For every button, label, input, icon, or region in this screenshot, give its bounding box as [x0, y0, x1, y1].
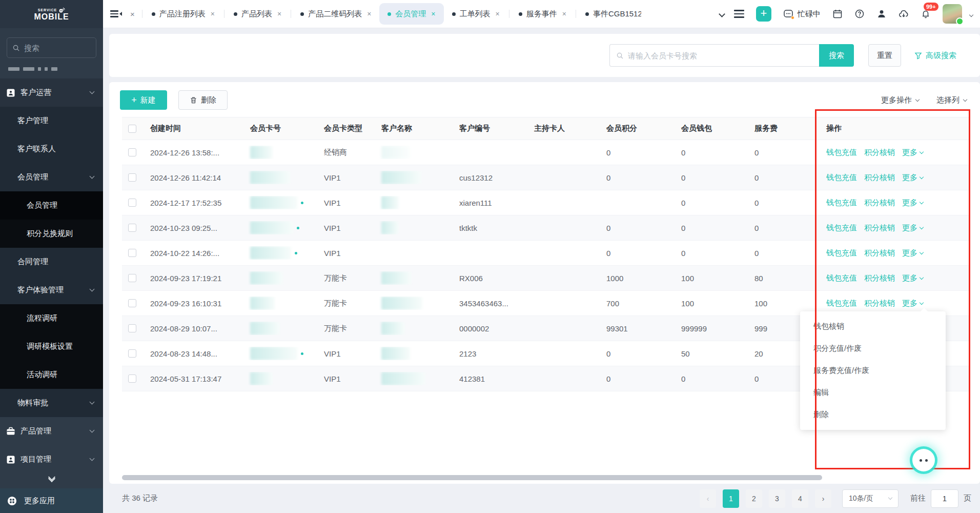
- menu-item-points-recharge-void[interactable]: 积分充值/作废: [800, 338, 946, 360]
- tab-product-qrcode-list[interactable]: 产品二维码列表×: [292, 3, 379, 25]
- more-link[interactable]: 更多: [902, 173, 923, 183]
- page-button-2[interactable]: 2: [746, 489, 762, 508]
- sidebar-item-points-exchange-rules[interactable]: 积分兑换规则: [0, 220, 103, 248]
- user-silhouette-icon[interactable]: [876, 9, 887, 19]
- sidebar-item-material-approval[interactable]: 物料审批: [0, 389, 103, 417]
- more-actions-dropdown[interactable]: 更多操作: [881, 95, 919, 105]
- wallet-recharge-link[interactable]: 钱包充值: [826, 173, 857, 183]
- more-link[interactable]: 更多: [902, 248, 923, 258]
- tab-close-icon[interactable]: ×: [562, 10, 566, 18]
- tab-close-icon[interactable]: ×: [211, 10, 215, 18]
- sidebar-item-member-management[interactable]: 会员管理: [0, 191, 103, 220]
- member-card-search-input[interactable]: [628, 51, 813, 60]
- sidebar-item-member-management-group[interactable]: 会员管理: [0, 163, 103, 191]
- points-writeoff-link[interactable]: 积分核销: [864, 148, 895, 157]
- row-checkbox[interactable]: [128, 349, 136, 358]
- wallet-recharge-link[interactable]: 钱包充值: [826, 248, 857, 258]
- avatar-caret-icon[interactable]: [970, 9, 973, 18]
- row-checkbox[interactable]: [128, 224, 136, 232]
- prev-page-button[interactable]: ‹: [700, 489, 716, 508]
- tab-product-list[interactable]: 产品列表×: [226, 3, 290, 25]
- avatar[interactable]: [943, 4, 962, 24]
- wallet-recharge-link[interactable]: 钱包充值: [826, 148, 857, 157]
- more-link[interactable]: 更多: [902, 148, 923, 157]
- wallet-recharge-link[interactable]: 钱包充值: [826, 198, 857, 208]
- row-checkbox[interactable]: [128, 374, 136, 383]
- tab-close-icon[interactable]: ×: [367, 10, 371, 18]
- more-link[interactable]: 更多: [902, 223, 923, 233]
- search-button[interactable]: 搜索: [819, 44, 854, 67]
- sidebar-item-customer-contacts[interactable]: 客户联系人: [0, 135, 103, 163]
- goto-page-input[interactable]: [931, 489, 958, 508]
- select-columns-dropdown[interactable]: 选择列: [936, 95, 967, 105]
- row-checkbox[interactable]: [128, 148, 136, 156]
- sidebar-item-customer-experience[interactable]: 客户体验管理: [0, 276, 103, 304]
- row-checkbox[interactable]: [128, 249, 136, 257]
- tab-member-management[interactable]: 会员管理×: [379, 3, 443, 25]
- row-checkbox[interactable]: [128, 324, 136, 332]
- create-button[interactable]: +新建: [120, 90, 167, 110]
- points-writeoff-link[interactable]: 积分核销: [864, 273, 895, 283]
- points-writeoff-link[interactable]: 积分核销: [864, 223, 895, 233]
- sidebar-item-activity-survey[interactable]: 活动调研: [0, 361, 103, 389]
- sidebar-item-customer-operations[interactable]: 客户运营: [0, 78, 103, 107]
- member-card-search-field[interactable]: [609, 44, 819, 67]
- sidebar-item-more-apps[interactable]: 更多应用: [0, 488, 103, 513]
- menu-item-edit[interactable]: 编辑: [800, 382, 946, 404]
- menu-item-wallet-writeoff[interactable]: 钱包核销: [800, 315, 946, 338]
- points-writeoff-link[interactable]: 积分核销: [864, 198, 895, 208]
- page-button-4[interactable]: 4: [792, 489, 808, 508]
- advanced-search-link[interactable]: 高级搜索: [914, 51, 956, 61]
- sidebar-item-process-survey[interactable]: 流程调研: [0, 304, 103, 332]
- close-tab-icon[interactable]: ×: [130, 10, 135, 18]
- sidebar-item-customer-management[interactable]: 客户管理: [0, 107, 103, 135]
- page-button-3[interactable]: 3: [769, 489, 785, 508]
- tab-close-icon[interactable]: ×: [277, 10, 281, 18]
- wallet-recharge-link[interactable]: 钱包充值: [826, 223, 857, 233]
- more-link[interactable]: 更多: [902, 273, 923, 283]
- tab-work-order-list[interactable]: 工单列表×: [444, 3, 508, 25]
- reset-button[interactable]: 重置: [868, 44, 901, 67]
- help-icon[interactable]: [854, 9, 865, 19]
- row-checkbox[interactable]: [128, 199, 136, 207]
- select-all-checkbox[interactable]: [128, 125, 136, 133]
- more-link[interactable]: 更多: [902, 299, 923, 308]
- tab-close-icon[interactable]: ×: [496, 10, 500, 18]
- tab-overflow-chevron-icon[interactable]: [720, 9, 724, 18]
- delete-button[interactable]: 删除: [178, 90, 228, 110]
- row-checkbox[interactable]: [128, 173, 136, 182]
- tab-list-icon[interactable]: [110, 10, 122, 17]
- tab-close-icon[interactable]: ×: [431, 10, 435, 18]
- row-checkbox[interactable]: [128, 274, 136, 282]
- sidebar-item-contract-management[interactable]: 合同管理: [0, 248, 103, 276]
- wallet-recharge-link[interactable]: 钱包充值: [826, 273, 857, 283]
- points-writeoff-link[interactable]: 积分核销: [864, 248, 895, 258]
- tab-service-event[interactable]: 服务事件×: [511, 3, 575, 25]
- sidebar-search-input[interactable]: [24, 44, 86, 52]
- calendar-icon[interactable]: [832, 9, 843, 19]
- notifications-bell-icon[interactable]: 99+: [921, 9, 931, 19]
- presence-status[interactable]: 忙碌中: [783, 9, 821, 19]
- menu-item-servicefee-recharge-void[interactable]: 服务费充值/作废: [800, 360, 946, 382]
- points-writeoff-link[interactable]: 积分核销: [864, 299, 895, 308]
- sidebar-item-project-management[interactable]: 项目管理: [0, 445, 103, 473]
- row-checkbox[interactable]: [128, 299, 136, 307]
- horizontal-scrollbar-thumb[interactable]: [122, 475, 822, 480]
- page-button-1[interactable]: 1: [723, 489, 739, 508]
- page-size-select[interactable]: 10条/页: [842, 489, 899, 508]
- sidebar-item-survey-template-settings[interactable]: 调研模板设置: [0, 332, 103, 361]
- floating-assistant-button[interactable]: [912, 449, 935, 471]
- tab-event-cgb15125[interactable]: 事件CGB15125: [577, 3, 649, 25]
- quick-create-button[interactable]: +: [756, 6, 771, 22]
- expand-more-double-chevron-icon[interactable]: [0, 471, 103, 488]
- menu-item-delete[interactable]: 删除: [800, 404, 946, 426]
- wallet-recharge-link[interactable]: 钱包充值: [826, 299, 857, 308]
- sidebar-item-product-management[interactable]: 产品管理: [0, 417, 103, 445]
- points-writeoff-link[interactable]: 积分核销: [864, 173, 895, 183]
- more-link[interactable]: 更多: [902, 198, 923, 208]
- cloud-download-icon[interactable]: [899, 9, 909, 19]
- tab-product-register-list[interactable]: 产品注册列表×: [144, 3, 223, 25]
- menu-hamburger-icon[interactable]: [734, 10, 744, 18]
- sidebar-search[interactable]: [7, 37, 96, 58]
- next-page-button[interactable]: ›: [815, 489, 831, 508]
